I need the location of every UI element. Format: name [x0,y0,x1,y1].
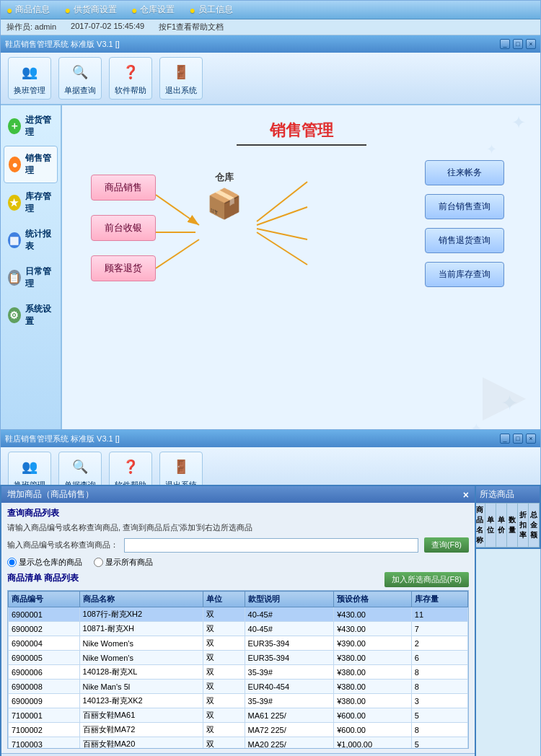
sidebar-item-settings[interactable]: ⚙ 系统设置 [4,297,58,333]
top-window: ● 商品信息 ● 供货商设置 ● 仓库设置 ● 员工信息 操作员: admin … [0,0,541,475]
query-icon-2: 🔍 [69,455,92,478]
table-row[interactable]: 7100003 百丽女鞋MA20 双 MA20 225/ ¥1,000.00 5 [9,737,468,750]
table-row[interactable]: 6900006 140128-耐克XL 双 35-39# ¥380.00 8 [9,665,468,680]
close-button-2[interactable]: × [526,434,536,444]
cell-unit: 双 [203,651,245,665]
radio-total-warehouse[interactable]: 显示总仓库的商品 [7,557,82,568]
settings-icon: ⚙ [8,307,21,323]
minimize-button-2[interactable]: _ [500,434,510,444]
sidebar-item-reports[interactable]: ▦ 统计报表 [4,222,58,258]
top-nav-bar: ● 商品信息 ● 供货商设置 ● 仓库设置 ● 员工信息 [1,1,540,19]
cell-model: EUR35-394 [245,651,334,665]
cell-price: ¥380.00 [334,680,412,694]
cell-unit: 双 [203,737,245,750]
sidebar: ＋ 进货管理 ● 销售管理 ★ 库存管理 ▦ 统计报表 📋 日常管理 ⚙ 系统设… [1,105,62,459]
cell-name: 140123-耐克XK2 [79,694,203,708]
table-row[interactable]: 6900002 10871-耐克XH 双 40-45# ¥430.00 7 [9,622,468,636]
sidebar-item-daily[interactable]: 📋 日常管理 [4,260,58,296]
maximize-button-2[interactable]: □ [513,434,523,444]
cell-model: MA61 225/ [245,708,334,723]
front-sales-query-box[interactable]: 前台销售查询 [425,194,504,219]
product-sales-box[interactable]: 商品销售 [91,175,156,201]
sales-return-query-box[interactable]: 销售退货查询 [425,228,504,253]
col-header-unit: 单位 [203,592,245,607]
radio-all-products[interactable]: 显示所有商品 [94,557,153,568]
dialog-section-title: 查询商品列表 [7,507,469,519]
cell-model: 35-39# [245,694,334,708]
sales-title: 销售管理 [84,120,519,141]
order-query-button[interactable]: 🔍 单据查询 [58,57,102,100]
product-query-input[interactable] [124,538,418,553]
dialog-titlebar: 增加商品（商品销售） × [1,486,475,503]
cell-stock: 8 [411,723,467,737]
inventory-icon: ★ [8,195,21,211]
query-button[interactable]: 查询(F8) [424,537,469,553]
maximize-button[interactable]: □ [513,39,523,49]
svg-line-7 [257,232,307,265]
exit-icon: 🚪 [170,61,193,84]
cell-id: 6900002 [9,622,80,636]
radio-row: 显示总仓库的商品 显示所有商品 [7,557,469,568]
cell-unit: 双 [203,723,245,737]
cell-model: 40-45# [245,607,334,622]
table-row[interactable]: 6900004 Nike Women's 双 EUR35-394 ¥390.00… [9,636,468,651]
cell-stock: 11 [411,607,467,622]
cell-price: ¥380.00 [334,651,412,665]
cell-stock: 5 [411,737,467,750]
add-selected-button[interactable]: 加入所选商品品(F8) [384,572,469,587]
help-button[interactable]: ❓ 软件帮助 [109,57,152,100]
svg-line-6 [257,229,307,239]
col-header-price: 预设价格 [334,592,412,607]
minimize-button[interactable]: _ [500,39,510,49]
purchase-icon: ＋ [8,118,21,134]
warehouse-icon: 📦 [206,187,242,221]
nav-warehouse[interactable]: ● 仓库设置 [131,4,175,16]
table-row[interactable]: 6900008 Nike Man's 5l 双 EUR40-454 ¥380.0… [9,680,468,694]
table-row[interactable]: 7100001 百丽女鞋MA61 双 MA61 225/ ¥600.00 5 [9,708,468,723]
table-row[interactable]: 6900001 1087行-耐克XH2 双 40-45# ¥430.00 11 [9,607,468,622]
col-header-stock: 库存量 [411,592,467,607]
col-header-model: 款型说明 [245,592,334,607]
warehouse-box: 仓库 📦 [206,171,242,221]
cell-id: 6900008 [9,680,80,694]
sidebar-item-sales[interactable]: ● 销售管理 [4,146,58,183]
shift-management-button[interactable]: 👥 换班管理 [8,57,51,100]
nav-supplier[interactable]: ● 供货商设置 [64,4,116,16]
close-button[interactable]: × [526,39,536,49]
main-layout: ＋ 进货管理 ● 销售管理 ★ 库存管理 ▦ 统计报表 📋 日常管理 ⚙ 系统设… [1,105,540,459]
cell-stock: 2 [411,636,467,651]
sidebar-item-inventory[interactable]: ★ 库存管理 [4,185,58,221]
accounts-box[interactable]: 往来帐务 [425,160,504,185]
table-row[interactable]: 7100002 百丽女鞋MA72 双 MA72 225/ ¥600.00 8 [9,723,468,737]
cell-stock: 6 [411,651,467,665]
product-dialog: 增加商品（商品销售） × 查询商品列表 请输入商品编号或名称查询商品, 查询到商… [0,485,476,756]
cell-name: 百丽女鞋MA61 [79,708,203,723]
cell-price: ¥390.00 [334,636,412,651]
cell-stock: 8 [411,680,467,694]
query-icon: 🔍 [69,61,92,84]
right-panel: 所选商品 商品名称 单位 单价 数量 折扣率 总金额 [474,485,541,549]
cell-id: 7100003 [9,737,80,750]
cell-price: ¥380.00 [334,665,412,680]
table-row[interactable]: 6900005 Nike Women's 双 EUR35-394 ¥380.00… [9,651,468,665]
rp-col-unit: 单位 [485,504,496,548]
cell-unit: 双 [203,622,245,636]
table-row[interactable]: 6900009 140123-耐克XK2 双 35-39# ¥380.00 3 [9,694,468,708]
warehouse-label: 仓库 [215,171,234,184]
front-cashier-box[interactable]: 前台收银 [91,215,156,241]
dialog-close-button[interactable]: × [463,489,469,501]
arrows-right-svg [250,167,343,312]
nav-product-info[interactable]: ● 商品信息 [6,4,50,16]
cell-stock: 5 [411,708,467,723]
product-table-container[interactable]: 商品编号 商品名称 单位 款型说明 预设价格 库存量 6900001 1087行… [7,590,469,749]
nav-staff[interactable]: ● 员工信息 [189,4,232,16]
help-icon: ❓ [119,61,142,84]
window-controls: _ □ × [500,39,536,49]
cell-price: ¥1,000.00 [334,737,412,750]
current-stock-query-box[interactable]: 当前库存查询 [425,262,504,287]
exit-button[interactable]: 🚪 退出系统 [159,57,203,100]
cell-name: 百丽女鞋MA72 [79,723,203,737]
customer-return-box[interactable]: 顾客退货 [91,255,156,281]
left-boxes: 商品销售 前台收银 顾客退货 [91,175,156,281]
sidebar-item-purchase[interactable]: ＋ 进货管理 [4,108,58,144]
